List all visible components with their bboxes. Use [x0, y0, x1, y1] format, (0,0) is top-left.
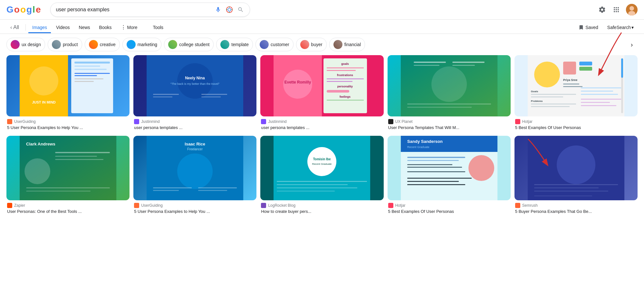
svg-rect-22	[55, 156, 97, 157]
result-card-userguiding-1[interactable]: JUST IN MIND UserGuiding 5 User Persona …	[6, 55, 130, 132]
apps-button[interactable]	[612, 5, 621, 14]
filter-chip-creative[interactable]: creative	[85, 38, 120, 51]
result-card-uxplanet[interactable]: UX Planet User Persona Templates That Wi…	[388, 55, 511, 132]
source-favicon-10	[515, 203, 520, 208]
filter-chip-template[interactable]: template	[216, 38, 253, 51]
result-title-6: How to create buyer pers...	[261, 209, 383, 214]
result-image-3: Neely Nina "The back is my better than t…	[133, 55, 256, 116]
filter-chip-ux-design[interactable]: ux design	[6, 38, 45, 51]
chip-thumb-buyer	[300, 40, 309, 49]
result-img-svg-7	[388, 55, 511, 116]
tools-button[interactable]: Tools	[149, 22, 167, 33]
result-meta-10: Semrush 5 Buyer Persona Examples That Go…	[514, 200, 638, 216]
images-label: Images	[32, 25, 47, 30]
results-grid: JUST IN MIND UserGuiding 5 User Persona …	[6, 55, 638, 216]
avatar[interactable]	[626, 4, 638, 15]
lens-icon	[226, 6, 233, 13]
settings-button[interactable]	[598, 5, 607, 14]
svg-text:Tomisin Ibe: Tomisin Ibe	[313, 157, 331, 161]
svg-rect-100	[531, 104, 576, 104]
svg-point-6	[29, 66, 58, 95]
mic-button[interactable]	[214, 6, 222, 14]
result-card-hotjar-1[interactable]: Sandy Sanderson Recent Graduate	[388, 136, 511, 216]
chip-color-buyer	[300, 40, 309, 49]
results-col-1: JUST IN MIND UserGuiding 5 User Persona …	[6, 55, 130, 216]
books-label: Books	[99, 25, 112, 30]
lens-button[interactable]	[225, 5, 234, 14]
result-card-semrush[interactable]: Semrush 5 Buyer Persona Examples That Go…	[514, 136, 638, 216]
results-col-3: Evette Romilly goals frustrations person…	[260, 55, 383, 216]
safesearch-button[interactable]: SafeSearch ▾	[603, 22, 638, 33]
filter-chip-college[interactable]: college student	[164, 38, 214, 51]
apps-icon	[612, 6, 620, 14]
result-card-zapier[interactable]: Clark Andrews Clark Andrews	[6, 136, 130, 216]
svg-point-111	[557, 145, 595, 184]
svg-point-20	[24, 158, 50, 184]
result-title-9: 5 Best Examples Of User Personas	[515, 125, 637, 131]
svg-rect-98	[531, 96, 563, 97]
svg-point-3	[630, 6, 634, 11]
source-favicon-9	[515, 119, 520, 124]
svg-rect-53	[327, 81, 353, 82]
filter-next-button[interactable]: ›	[626, 39, 638, 50]
svg-text:Neely Nina: Neely Nina	[185, 76, 205, 80]
result-card-logrocket[interactable]: Tomisin Ibe Recent Graduate LogRocket Bl…	[260, 136, 383, 216]
result-title-5: user persona templates ...	[261, 125, 383, 131]
saved-button[interactable]: Saved	[574, 21, 602, 34]
result-img-svg-8: Sandy Sanderson Recent Graduate	[388, 136, 511, 200]
svg-point-1	[228, 8, 231, 11]
svg-rect-12	[74, 75, 97, 76]
result-card-hotjar-2[interactable]: Priya Sree Goals Problems	[514, 55, 638, 132]
svg-rect-82	[407, 164, 452, 165]
result-title-4: 5 User Persona Examples to Help You ...	[134, 209, 256, 214]
nav-back-button[interactable]: ‹ All	[6, 21, 23, 34]
result-title-3: user persona templates ...	[134, 125, 256, 131]
chip-thumb-customer	[260, 40, 269, 49]
svg-rect-13	[74, 78, 103, 79]
logo-l: l	[33, 5, 35, 15]
chip-label-product: product	[63, 42, 78, 47]
filter-chip-buyer[interactable]: buyer	[296, 38, 327, 51]
source-favicon-6	[261, 203, 266, 208]
nav-videos-tab[interactable]: Videos	[52, 22, 74, 33]
nav-news-tab[interactable]: News	[75, 22, 94, 33]
header: Google	[0, 0, 644, 20]
nav-books-tab[interactable]: Books	[95, 22, 116, 33]
saved-label: Saved	[585, 25, 598, 30]
search-icons	[214, 5, 245, 14]
filter-chip-customer[interactable]: customer	[255, 38, 293, 51]
logo-e: e	[36, 5, 41, 15]
svg-text:feelings: feelings	[340, 95, 351, 98]
nav-more-tab[interactable]: ⋮ More	[117, 21, 141, 34]
search-input[interactable]	[56, 7, 211, 13]
result-card-justinmind-1[interactable]: Neely Nina "The back is my better than t…	[133, 55, 256, 132]
chip-label-ux: ux design	[22, 42, 41, 47]
result-card-userguiding-2[interactable]: Isaac Rice Freelancer UserGuiding 5 U	[133, 136, 256, 216]
result-card-justinmind-2[interactable]: Evette Romilly goals frustrations person…	[260, 55, 383, 132]
filter-chip-product[interactable]: product	[48, 38, 82, 51]
result-image-8: Sandy Sanderson Recent Graduate	[388, 136, 511, 200]
result-image-5: Evette Romilly goals frustrations person…	[260, 55, 383, 116]
chip-label-college: college student	[179, 42, 209, 47]
result-img-svg-2: Clark Andrews Clark Andrews	[6, 136, 130, 200]
result-meta-6: LogRocket Blog How to create buyer pers.…	[260, 200, 383, 216]
chip-color-college	[168, 40, 177, 49]
filter-chip-financial[interactable]: financial	[329, 38, 365, 51]
svg-rect-42	[198, 190, 227, 191]
svg-rect-49	[327, 67, 364, 68]
source-name-8: Hotjar	[395, 203, 406, 208]
filter-chip-marketing[interactable]: marketing	[122, 38, 161, 51]
results-col-4: UX Planet User Persona Templates That Wi…	[388, 55, 511, 216]
safesearch-chevron-icon: ▾	[631, 25, 634, 30]
chip-color-product	[52, 40, 61, 49]
safesearch-label: SafeSearch	[607, 25, 631, 30]
svg-rect-95	[563, 86, 582, 87]
svg-rect-25	[26, 191, 91, 192]
mic-icon	[215, 6, 221, 13]
search-button[interactable]	[237, 6, 245, 14]
svg-rect-39	[153, 187, 192, 188]
nav-images-tab[interactable]: Images	[28, 22, 51, 33]
svg-rect-57	[327, 100, 364, 101]
svg-rect-23	[55, 159, 103, 160]
svg-point-59	[308, 147, 337, 176]
